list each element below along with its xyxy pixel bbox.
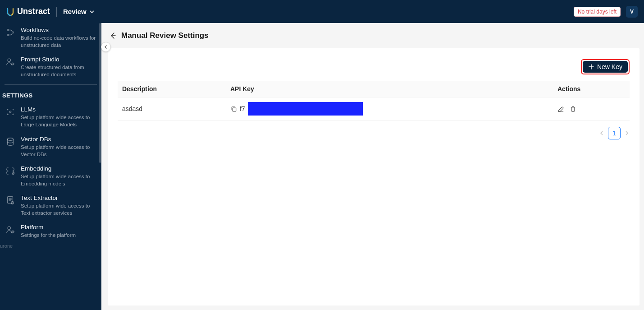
- svg-point-6: [8, 138, 14, 140]
- col-header-actions: Actions: [553, 81, 630, 97]
- avatar[interactable]: V: [626, 6, 638, 18]
- table-header-row: Description API Key Actions: [118, 81, 630, 97]
- page-title: Manual Review Settings: [121, 31, 209, 40]
- card-toolbar: New Key: [118, 59, 630, 74]
- sidebar-section-title: SETTINGS: [0, 88, 101, 102]
- col-header-apikey: API Key: [226, 81, 553, 97]
- sidebar-item-embedding[interactable]: Embedding Setup platform wide access to …: [0, 162, 101, 191]
- vector-dbs-icon: [5, 136, 16, 158]
- content-card: New Key Description API Key Actions: [108, 48, 639, 305]
- text-extractor-icon: [5, 194, 16, 217]
- svg-point-10: [8, 227, 10, 229]
- prompt-studio-icon: [5, 56, 16, 78]
- sidebar-scrollbar[interactable]: [99, 23, 101, 163]
- sidebar-item-desc: Create structured data from unstructured…: [21, 64, 97, 78]
- workflows-icon: [5, 27, 16, 49]
- new-key-highlight: New Key: [581, 59, 630, 74]
- platform-icon: [5, 224, 16, 239]
- page-header: Manual Review Settings: [101, 23, 644, 48]
- sidebar-item-desc: Settings for the platform: [21, 231, 76, 239]
- new-key-label: New Key: [597, 63, 622, 70]
- sidebar-item-title: Vector DBs: [21, 136, 97, 143]
- sidebar-item-platform[interactable]: Platform Settings for the platform: [0, 220, 101, 242]
- col-header-description: Description: [118, 81, 226, 97]
- svg-point-1: [7, 34, 9, 36]
- sidebar-item-desc: Setup platform wide access to Embedding …: [21, 173, 97, 187]
- plus-icon: [588, 64, 594, 70]
- brand-mark-icon: [6, 8, 14, 16]
- sidebar: Workflows Build no-code data workflows f…: [0, 23, 101, 310]
- svg-point-3: [8, 59, 10, 61]
- apikey-prefix: f7: [240, 105, 245, 112]
- svg-point-2: [12, 32, 14, 33]
- sidebar-item-prompt-studio[interactable]: Prompt Studio Create structured data fro…: [0, 52, 101, 82]
- cell-description: asdasd: [118, 97, 226, 120]
- back-arrow-icon[interactable]: [110, 32, 117, 39]
- chevron-down-icon: [89, 9, 95, 14]
- sidebar-item-desc: Setup platform wide access to Text extra…: [21, 202, 97, 217]
- sidebar-item-text-extractor[interactable]: Text Extractor Setup platform wide acces…: [0, 191, 101, 220]
- svg-rect-8: [8, 197, 13, 204]
- brand-name: Unstract: [17, 7, 50, 16]
- svg-point-7: [13, 172, 14, 174]
- sidebar-item-desc: Setup platform wide access to Vector DBs: [21, 143, 97, 158]
- api-keys-table: Description API Key Actions asdasd: [118, 81, 630, 120]
- svg-point-11: [12, 231, 14, 233]
- svg-point-9: [11, 202, 14, 204]
- review-dropdown-label: Review: [63, 8, 87, 15]
- sidebar-item-title: Text Extractor: [21, 194, 97, 201]
- header-divider: [56, 7, 57, 17]
- llms-icon: [5, 106, 16, 128]
- sidebar-item-desc: Setup platform wide access to Large Lang…: [21, 114, 97, 128]
- pagination-next[interactable]: [624, 130, 630, 136]
- chevron-left-icon: [104, 45, 108, 49]
- header-left: Unstract Review: [6, 7, 95, 17]
- sidebar-item-vector-dbs[interactable]: Vector DBs Setup platform wide access to…: [0, 132, 101, 162]
- main-content: Manual Review Settings New Key: [101, 23, 644, 310]
- apikey-redaction: [248, 102, 363, 116]
- svg-point-4: [12, 63, 14, 65]
- edit-icon[interactable]: [557, 106, 564, 112]
- pagination: 1: [118, 120, 630, 139]
- brand-logo[interactable]: Unstract: [6, 7, 50, 16]
- svg-point-0: [7, 29, 9, 31]
- cell-actions: [553, 97, 630, 120]
- review-dropdown[interactable]: Review: [63, 8, 95, 15]
- header-right: No trial days left V: [574, 6, 638, 18]
- embedding-icon: [5, 165, 16, 187]
- sidebar-collapse-button[interactable]: [101, 42, 111, 52]
- copy-icon[interactable]: [230, 106, 237, 112]
- sidebar-item-workflows[interactable]: Workflows Build no-code data workflows f…: [0, 23, 101, 52]
- app-header: Unstract Review No trial days left V: [0, 0, 644, 23]
- sidebar-item-title: Embedding: [21, 165, 97, 172]
- svg-point-5: [9, 111, 11, 113]
- trial-badge[interactable]: No trial days left: [574, 7, 621, 17]
- sidebar-divider: [5, 84, 97, 85]
- table-row: asdasd f7: [118, 97, 630, 120]
- svg-rect-12: [233, 108, 236, 111]
- sidebar-item-desc: Build no-code data workflows for unstruc…: [21, 34, 97, 49]
- delete-icon[interactable]: [570, 106, 576, 112]
- pagination-prev[interactable]: [599, 130, 604, 136]
- sidebar-item-title: Platform: [21, 224, 76, 231]
- new-key-button[interactable]: New Key: [583, 61, 628, 73]
- sidebar-item-title: Prompt Studio: [21, 56, 97, 63]
- pagination-page-1[interactable]: 1: [608, 127, 621, 139]
- sidebar-item-title: LLMs: [21, 106, 97, 113]
- sidebar-item-llms[interactable]: LLMs Setup platform wide access to Large…: [0, 102, 101, 132]
- sidebar-item-title: Workflows: [21, 27, 97, 33]
- cell-apikey: f7: [226, 97, 553, 120]
- sidebar-partial-text: urone: [0, 242, 101, 249]
